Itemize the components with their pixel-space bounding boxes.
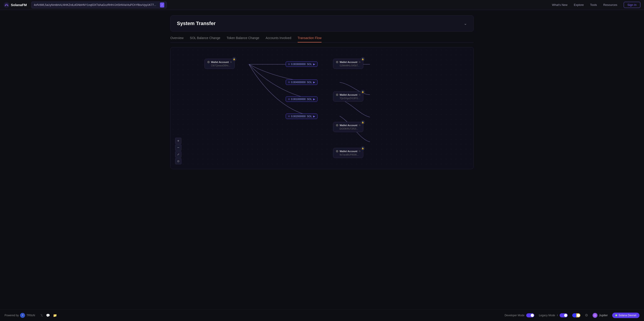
node-header-d3: Wallet Account ⧉ bbox=[336, 124, 360, 127]
tab-token-balance[interactable]: Token Balance Change bbox=[226, 36, 259, 43]
developer-mode-toggle[interactable] bbox=[526, 313, 534, 317]
node-title: Wallet Account bbox=[211, 61, 229, 64]
legacy-mode-label: Legacy Mode bbox=[539, 314, 555, 317]
footer-social: 𝕏 💬 📁 bbox=[40, 313, 57, 317]
node-title-d2: Wallet Account bbox=[340, 94, 358, 96]
footer-right: Developer Mode Legacy Mode ℹ ⚙ Jupiter S… bbox=[504, 313, 640, 318]
reset-view-button[interactable]: ⊙ bbox=[175, 158, 182, 164]
section-header: System Transfer ⌄ bbox=[170, 15, 474, 32]
legacy-mode-group: Legacy Mode ℹ bbox=[539, 313, 568, 317]
copy-icon-d3[interactable]: ⧉ bbox=[359, 124, 360, 127]
logo[interactable]: SolanaFM bbox=[4, 2, 27, 8]
transfer-label-2: ≡ 0.004000000 SOL ▶ bbox=[286, 80, 318, 85]
sol-icon-4: ≡ bbox=[288, 115, 290, 118]
zoom-in-button[interactable]: + bbox=[175, 138, 182, 144]
legacy-mode-toggle[interactable] bbox=[560, 313, 568, 317]
transfer-unit-1: SOL bbox=[307, 63, 312, 66]
node-dot-d4 bbox=[336, 150, 338, 152]
tab-sol-balance[interactable]: SOL Balance Change bbox=[190, 36, 220, 43]
node-dot-d3 bbox=[336, 124, 338, 126]
solana-devnet-label: Solana Devnet bbox=[618, 314, 636, 317]
transfer-unit-4: SOL bbox=[307, 115, 312, 118]
dest-node-2: 🔒 Wallet Account ⧉ 7QnSXgoZH19FG... bbox=[333, 91, 363, 102]
transfer-unit-2: SOL bbox=[307, 81, 312, 84]
node-title-d1: Wallet Account bbox=[340, 61, 358, 64]
transfer-amount-3: 0.001000000 bbox=[291, 98, 306, 101]
node-address: CfbTQwausDB4x... bbox=[211, 64, 232, 67]
lock-icon-d4: 🔒 bbox=[361, 146, 365, 150]
lock-icon: 🔒 bbox=[232, 57, 236, 61]
node-address-d4: 9o7acdBUP800K... bbox=[340, 154, 360, 156]
search-bar: / bbox=[31, 2, 167, 8]
jupiter-badge: Jupiter bbox=[592, 313, 608, 318]
powered-by: Powered by T TRItoN bbox=[4, 313, 35, 318]
nav-resources[interactable]: Resources bbox=[603, 3, 617, 7]
tab-accounts[interactable]: Accounts Involved bbox=[266, 36, 291, 43]
arrow-icon-4: ▶ bbox=[313, 115, 315, 118]
sol-icon-2: ≡ bbox=[288, 81, 290, 84]
developer-mode-label: Developer Mode bbox=[504, 314, 524, 317]
copy-icon-d4[interactable]: ⧉ bbox=[359, 150, 360, 153]
dest-node-1: 🔒 Wallet Account ⧉ G2MeMHLrS45bT... bbox=[333, 59, 363, 69]
navbar: SolanaFM / What's New Explore Tools Reso… bbox=[0, 0, 644, 10]
github-icon[interactable]: 📁 bbox=[53, 313, 57, 317]
copy-icon[interactable]: ⧉ bbox=[230, 61, 232, 64]
source-node: 🔒 Wallet Account ⧉ CfbTQwausDB4x... bbox=[204, 59, 235, 69]
sol-icon-3: ≡ bbox=[288, 98, 290, 101]
node-header-d1: Wallet Account ⧉ bbox=[336, 61, 360, 64]
nav-links: What's New Explore Tools Resources Sign … bbox=[552, 2, 640, 8]
jupiter-label: Jupiter bbox=[599, 313, 608, 317]
node-title-d4: Wallet Account bbox=[340, 150, 358, 153]
signin-button[interactable]: Sign In bbox=[624, 2, 640, 8]
chevron-down-icon[interactable]: ⌄ bbox=[464, 21, 467, 26]
node-dot-d1 bbox=[336, 61, 338, 63]
transfer-label-4: ≡ 0.002000000 SOL ▶ bbox=[286, 114, 318, 119]
node-title-d3: Wallet Account bbox=[340, 124, 358, 127]
nav-whats-new[interactable]: What's New bbox=[552, 3, 568, 7]
fit-view-button[interactable]: ⤢ bbox=[175, 151, 182, 158]
footer: Powered by T TRItoN 𝕏 💬 📁 Developer Mode… bbox=[0, 309, 644, 321]
tab-overview[interactable]: Overview bbox=[170, 36, 184, 43]
transfer-amount-4: 0.002000000 bbox=[291, 115, 306, 118]
node-address-d1: G2MeMHLrS45bT... bbox=[340, 64, 360, 67]
lock-icon-d2: 🔒 bbox=[361, 90, 365, 94]
info-icon[interactable]: ℹ bbox=[557, 314, 558, 317]
search-button[interactable]: / bbox=[160, 3, 164, 8]
jupiter-icon bbox=[592, 313, 598, 318]
transfer-amount-1: 0.003000000 bbox=[291, 63, 306, 66]
zoom-out-button[interactable]: − bbox=[175, 144, 182, 151]
dest-node-4: 🔒 Wallet Account ⧉ 9o7acdBUP800K... bbox=[333, 148, 363, 158]
lock-icon-d1: 🔒 bbox=[361, 57, 365, 61]
twitter-icon[interactable]: 𝕏 bbox=[40, 313, 43, 317]
sol-icon-1: ≡ bbox=[288, 63, 290, 66]
nav-tools[interactable]: Tools bbox=[590, 3, 597, 7]
node-header-d4: Wallet Account ⧉ bbox=[336, 150, 360, 153]
transfer-unit-3: SOL bbox=[307, 98, 312, 101]
node-header-d2: Wallet Account ⧉ bbox=[336, 94, 360, 96]
node-address-d2: 7QnSXgoZH19FG... bbox=[340, 97, 360, 100]
tabs: Overview SOL Balance Change Token Balanc… bbox=[170, 36, 474, 43]
dest-node-3: 🔒 Wallet Account ⧉ EtGf3KRUT2R2l... bbox=[333, 122, 363, 132]
nav-explore[interactable]: Explore bbox=[574, 3, 584, 7]
node-address-d3: EtGf3KRUT2R2l... bbox=[340, 128, 360, 130]
copy-icon-d2[interactable]: ⧉ bbox=[359, 94, 360, 96]
copy-icon-d1[interactable]: ⧉ bbox=[359, 61, 360, 64]
flow-canvas: 🔒 Wallet Account ⧉ CfbTQwausDB4x... ≡ 0.… bbox=[170, 47, 474, 169]
search-input[interactable] bbox=[34, 4, 160, 7]
theme-toggle-group bbox=[572, 313, 580, 317]
solana-devnet-button[interactable]: Solana Devnet bbox=[612, 313, 640, 318]
discord-icon[interactable]: 💬 bbox=[46, 313, 50, 317]
arrow-icon-2: ▶ bbox=[313, 81, 315, 84]
arrow-icon-3: ▶ bbox=[313, 98, 315, 101]
sol-status-dot bbox=[615, 314, 617, 316]
node-header: Wallet Account ⧉ bbox=[207, 61, 232, 64]
powered-by-text: Powered by bbox=[4, 314, 19, 317]
tab-transaction-flow[interactable]: Transaction Flow bbox=[298, 36, 322, 43]
transfer-amount-2: 0.004000000 bbox=[291, 81, 306, 84]
node-dot-d2 bbox=[336, 94, 338, 96]
page-title: System Transfer bbox=[177, 21, 216, 27]
theme-toggle[interactable] bbox=[572, 313, 580, 317]
footer-left: Powered by T TRItoN 𝕏 💬 📁 bbox=[4, 313, 57, 318]
zoom-controls: + − ⤢ ⊙ bbox=[175, 138, 182, 164]
gear-icon[interactable]: ⚙ bbox=[585, 313, 588, 317]
